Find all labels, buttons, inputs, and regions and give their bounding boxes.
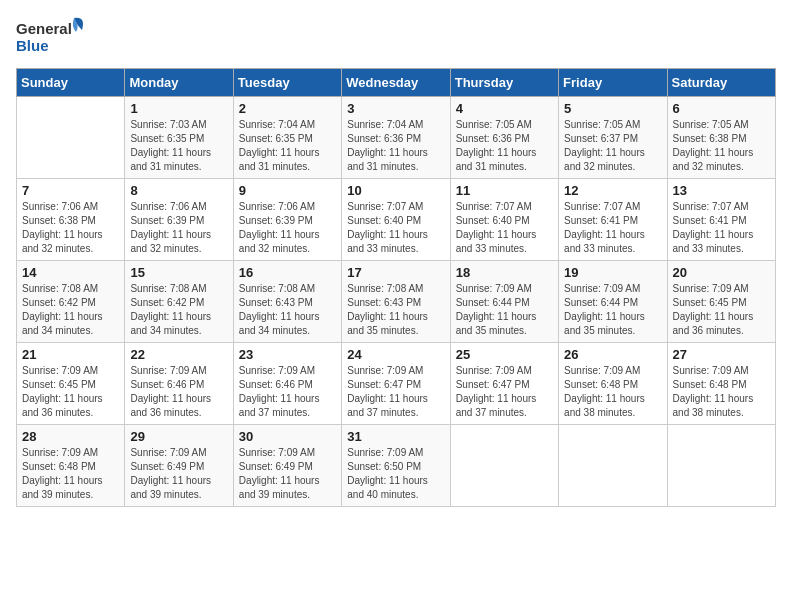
day-number: 31 xyxy=(347,429,444,444)
day-number: 9 xyxy=(239,183,336,198)
daylight-text: Daylight: 11 hours and 34 minutes. xyxy=(22,311,103,336)
day-number: 1 xyxy=(130,101,227,116)
sunset-text: Sunset: 6:42 PM xyxy=(130,297,204,308)
sunset-text: Sunset: 6:50 PM xyxy=(347,461,421,472)
day-number: 11 xyxy=(456,183,553,198)
sunrise-text: Sunrise: 7:09 AM xyxy=(22,365,98,376)
day-number: 18 xyxy=(456,265,553,280)
sunrise-text: Sunrise: 7:09 AM xyxy=(564,365,640,376)
sunrise-text: Sunrise: 7:09 AM xyxy=(239,447,315,458)
calendar-cell: 11 Sunrise: 7:07 AM Sunset: 6:40 PM Dayl… xyxy=(450,179,558,261)
daylight-text: Daylight: 11 hours and 37 minutes. xyxy=(239,393,320,418)
day-number: 16 xyxy=(239,265,336,280)
sunrise-text: Sunrise: 7:09 AM xyxy=(130,447,206,458)
day-info: Sunrise: 7:05 AM Sunset: 6:36 PM Dayligh… xyxy=(456,118,553,174)
day-info: Sunrise: 7:08 AM Sunset: 6:42 PM Dayligh… xyxy=(22,282,119,338)
calendar-cell: 9 Sunrise: 7:06 AM Sunset: 6:39 PM Dayli… xyxy=(233,179,341,261)
calendar-cell: 30 Sunrise: 7:09 AM Sunset: 6:49 PM Dayl… xyxy=(233,425,341,507)
day-number: 6 xyxy=(673,101,770,116)
sunset-text: Sunset: 6:46 PM xyxy=(239,379,313,390)
daylight-text: Daylight: 11 hours and 35 minutes. xyxy=(564,311,645,336)
sunrise-text: Sunrise: 7:09 AM xyxy=(673,365,749,376)
day-info: Sunrise: 7:09 AM Sunset: 6:45 PM Dayligh… xyxy=(22,364,119,420)
day-number: 23 xyxy=(239,347,336,362)
daylight-text: Daylight: 11 hours and 31 minutes. xyxy=(239,147,320,172)
sunrise-text: Sunrise: 7:06 AM xyxy=(130,201,206,212)
daylight-text: Daylight: 11 hours and 32 minutes. xyxy=(22,229,103,254)
day-info: Sunrise: 7:06 AM Sunset: 6:39 PM Dayligh… xyxy=(130,200,227,256)
sunrise-text: Sunrise: 7:09 AM xyxy=(564,283,640,294)
sunset-text: Sunset: 6:41 PM xyxy=(564,215,638,226)
calendar-cell: 31 Sunrise: 7:09 AM Sunset: 6:50 PM Dayl… xyxy=(342,425,450,507)
sunset-text: Sunset: 6:42 PM xyxy=(22,297,96,308)
sunrise-text: Sunrise: 7:04 AM xyxy=(239,119,315,130)
header-monday: Monday xyxy=(125,69,233,97)
day-number: 13 xyxy=(673,183,770,198)
day-number: 26 xyxy=(564,347,661,362)
daylight-text: Daylight: 11 hours and 36 minutes. xyxy=(22,393,103,418)
sunrise-text: Sunrise: 7:05 AM xyxy=(564,119,640,130)
calendar-header-row: SundayMondayTuesdayWednesdayThursdayFrid… xyxy=(17,69,776,97)
day-info: Sunrise: 7:07 AM Sunset: 6:40 PM Dayligh… xyxy=(347,200,444,256)
daylight-text: Daylight: 11 hours and 32 minutes. xyxy=(564,147,645,172)
calendar-cell: 13 Sunrise: 7:07 AM Sunset: 6:41 PM Dayl… xyxy=(667,179,775,261)
header-sunday: Sunday xyxy=(17,69,125,97)
daylight-text: Daylight: 11 hours and 39 minutes. xyxy=(239,475,320,500)
sunset-text: Sunset: 6:39 PM xyxy=(130,215,204,226)
header-saturday: Saturday xyxy=(667,69,775,97)
calendar-cell: 15 Sunrise: 7:08 AM Sunset: 6:42 PM Dayl… xyxy=(125,261,233,343)
day-number: 4 xyxy=(456,101,553,116)
sunset-text: Sunset: 6:43 PM xyxy=(347,297,421,308)
calendar-cell: 5 Sunrise: 7:05 AM Sunset: 6:37 PM Dayli… xyxy=(559,97,667,179)
daylight-text: Daylight: 11 hours and 34 minutes. xyxy=(239,311,320,336)
day-info: Sunrise: 7:09 AM Sunset: 6:50 PM Dayligh… xyxy=(347,446,444,502)
day-info: Sunrise: 7:09 AM Sunset: 6:47 PM Dayligh… xyxy=(347,364,444,420)
sunset-text: Sunset: 6:47 PM xyxy=(347,379,421,390)
calendar-cell: 27 Sunrise: 7:09 AM Sunset: 6:48 PM Dayl… xyxy=(667,343,775,425)
daylight-text: Daylight: 11 hours and 38 minutes. xyxy=(673,393,754,418)
day-number: 30 xyxy=(239,429,336,444)
day-number: 15 xyxy=(130,265,227,280)
sunset-text: Sunset: 6:48 PM xyxy=(564,379,638,390)
daylight-text: Daylight: 11 hours and 32 minutes. xyxy=(130,229,211,254)
sunrise-text: Sunrise: 7:03 AM xyxy=(130,119,206,130)
calendar-cell: 29 Sunrise: 7:09 AM Sunset: 6:49 PM Dayl… xyxy=(125,425,233,507)
calendar-cell: 4 Sunrise: 7:05 AM Sunset: 6:36 PM Dayli… xyxy=(450,97,558,179)
day-number: 19 xyxy=(564,265,661,280)
svg-text:General: General xyxy=(16,20,72,37)
day-info: Sunrise: 7:08 AM Sunset: 6:42 PM Dayligh… xyxy=(130,282,227,338)
svg-text:Blue: Blue xyxy=(16,37,49,54)
sunset-text: Sunset: 6:45 PM xyxy=(673,297,747,308)
sunrise-text: Sunrise: 7:05 AM xyxy=(456,119,532,130)
calendar-cell: 26 Sunrise: 7:09 AM Sunset: 6:48 PM Dayl… xyxy=(559,343,667,425)
daylight-text: Daylight: 11 hours and 35 minutes. xyxy=(456,311,537,336)
calendar-cell: 21 Sunrise: 7:09 AM Sunset: 6:45 PM Dayl… xyxy=(17,343,125,425)
header-friday: Friday xyxy=(559,69,667,97)
day-number: 25 xyxy=(456,347,553,362)
sunrise-text: Sunrise: 7:07 AM xyxy=(347,201,423,212)
sunset-text: Sunset: 6:49 PM xyxy=(239,461,313,472)
daylight-text: Daylight: 11 hours and 37 minutes. xyxy=(347,393,428,418)
day-info: Sunrise: 7:07 AM Sunset: 6:40 PM Dayligh… xyxy=(456,200,553,256)
calendar-cell: 19 Sunrise: 7:09 AM Sunset: 6:44 PM Dayl… xyxy=(559,261,667,343)
day-info: Sunrise: 7:07 AM Sunset: 6:41 PM Dayligh… xyxy=(673,200,770,256)
day-info: Sunrise: 7:06 AM Sunset: 6:38 PM Dayligh… xyxy=(22,200,119,256)
day-number: 21 xyxy=(22,347,119,362)
sunset-text: Sunset: 6:39 PM xyxy=(239,215,313,226)
sunrise-text: Sunrise: 7:09 AM xyxy=(239,365,315,376)
sunset-text: Sunset: 6:36 PM xyxy=(456,133,530,144)
sunrise-text: Sunrise: 7:09 AM xyxy=(130,365,206,376)
day-info: Sunrise: 7:09 AM Sunset: 6:48 PM Dayligh… xyxy=(673,364,770,420)
header-thursday: Thursday xyxy=(450,69,558,97)
calendar-cell: 20 Sunrise: 7:09 AM Sunset: 6:45 PM Dayl… xyxy=(667,261,775,343)
calendar-cell: 23 Sunrise: 7:09 AM Sunset: 6:46 PM Dayl… xyxy=(233,343,341,425)
sunset-text: Sunset: 6:44 PM xyxy=(564,297,638,308)
sunrise-text: Sunrise: 7:07 AM xyxy=(673,201,749,212)
logo: General Blue xyxy=(16,16,86,58)
daylight-text: Daylight: 11 hours and 31 minutes. xyxy=(347,147,428,172)
sunset-text: Sunset: 6:43 PM xyxy=(239,297,313,308)
sunrise-text: Sunrise: 7:07 AM xyxy=(564,201,640,212)
day-number: 2 xyxy=(239,101,336,116)
day-info: Sunrise: 7:09 AM Sunset: 6:44 PM Dayligh… xyxy=(456,282,553,338)
day-number: 17 xyxy=(347,265,444,280)
